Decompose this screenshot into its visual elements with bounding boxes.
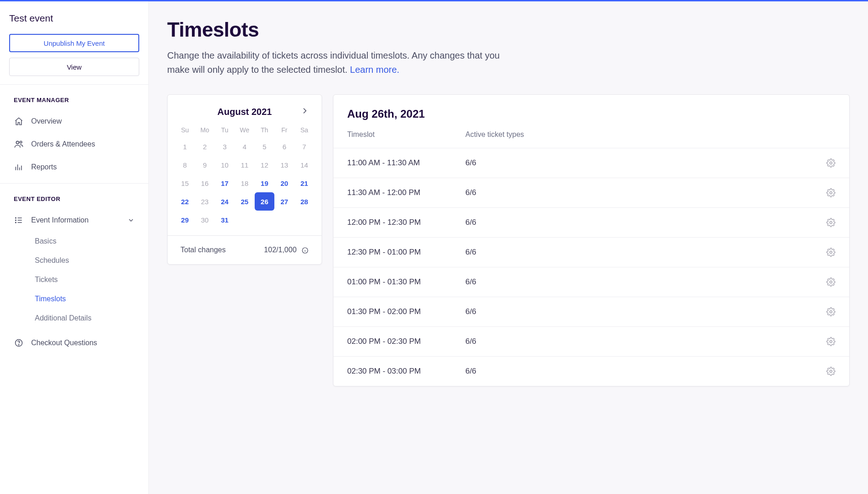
calendar-day: 4 [235, 137, 254, 156]
calendar-grid: SuMoTuWeThFrSa 1234567891011121314151617… [168, 123, 322, 235]
sidebar-item-event-information[interactable]: Event Information [0, 209, 148, 232]
calendar-dow: Tu [215, 123, 235, 137]
calendar-day[interactable]: 20 [274, 174, 294, 192]
calendar-day: 8 [175, 156, 195, 174]
people-icon [14, 139, 24, 149]
sidebar-item-checkout-questions[interactable]: Checkout Questions [0, 331, 148, 354]
calendar-day [255, 211, 274, 229]
timeslot-time: 12:30 PM - 01:00 PM [347, 248, 465, 257]
timeslot-active-types: 6/6 [465, 367, 826, 376]
gear-icon[interactable] [826, 307, 835, 316]
calendar-day[interactable]: 17 [215, 174, 235, 192]
total-changes-value: 102/1,000 [264, 246, 309, 254]
top-accent-line [0, 0, 868, 1]
calendar-day [295, 211, 314, 229]
calendar-week-row: 891011121314 [175, 156, 314, 174]
list-icon [14, 215, 24, 225]
main-content: Timeslots Change the availability of tic… [149, 0, 868, 494]
calendar-day[interactable]: 26 [255, 192, 274, 211]
timeslots-columns: Timeslot Active ticket types [347, 130, 835, 145]
calendar-day: 1 [175, 137, 195, 156]
sidebar-item-label: Event Information [31, 216, 88, 224]
page-subtitle-text: Change the availability of tickets acros… [167, 50, 500, 75]
column-timeslot: Timeslot [347, 130, 465, 139]
svg-point-2 [16, 217, 16, 218]
gear-icon[interactable] [826, 218, 835, 227]
gear-icon[interactable] [826, 367, 835, 376]
calendar-day[interactable]: 25 [235, 192, 254, 211]
sidebar-subitem-basics[interactable]: Basics [0, 232, 148, 251]
calendar-day: 14 [295, 156, 314, 174]
home-icon [14, 116, 24, 126]
calendar-header: August 2021 [168, 95, 322, 123]
sidebar: Test event Unpublish My Event View EVENT… [0, 0, 149, 494]
calendar-dow: We [235, 123, 254, 137]
gear-icon[interactable] [826, 337, 835, 346]
timeslot-time: 01:30 PM - 02:00 PM [347, 307, 465, 316]
section-title-manager: EVENT MANAGER [0, 97, 148, 103]
calendar-day [235, 211, 254, 229]
sidebar-item-overview[interactable]: Overview [0, 110, 148, 133]
sidebar-item-label: Reports [31, 163, 57, 171]
timeslot-active-types: 6/6 [465, 248, 826, 257]
calendar-next-button[interactable] [300, 107, 309, 115]
calendar-dow: Su [175, 123, 195, 137]
info-icon[interactable] [301, 247, 309, 254]
timeslot-active-types: 6/6 [465, 307, 826, 316]
view-button[interactable]: View [9, 58, 139, 76]
calendar-day[interactable]: 31 [215, 211, 235, 229]
selected-date-label: Aug 26th, 2021 [347, 108, 835, 120]
calendar-week-row: 1234567 [175, 137, 314, 156]
sidebar-item-label: Overview [31, 117, 62, 125]
calendar-dow: Mo [195, 123, 214, 137]
event-name: Test event [9, 13, 139, 24]
calendar-day[interactable]: 21 [295, 174, 314, 192]
timeslot-time: 02:30 PM - 03:00 PM [347, 367, 465, 376]
sidebar-subitem-additional-details[interactable]: Additional Details [0, 309, 148, 328]
calendar-day[interactable]: 19 [255, 174, 274, 192]
timeslot-time: 12:00 PM - 12:30 PM [347, 218, 465, 227]
page-title: Timeslots [167, 18, 850, 41]
calendar-day: 7 [295, 137, 314, 156]
timeslot-active-types: 6/6 [465, 337, 826, 346]
sidebar-subitem-tickets[interactable]: Tickets [0, 270, 148, 289]
calendar-footer: Total changes 102/1,000 [168, 235, 322, 264]
gear-icon[interactable] [826, 277, 835, 287]
svg-point-11 [830, 251, 832, 254]
timeslot-active-types: 6/6 [465, 277, 826, 287]
page-subtitle: Change the availability of tickets acros… [167, 49, 524, 77]
timeslot-time: 11:30 AM - 12:00 PM [347, 188, 465, 197]
sidebar-item-reports[interactable]: Reports [0, 156, 148, 179]
timeslot-row: 02:30 PM - 03:00 PM6/6 [333, 356, 849, 386]
sidebar-subitem-schedules[interactable]: Schedules [0, 251, 148, 270]
calendar-day[interactable]: 27 [274, 192, 294, 211]
sidebar-item-label: Orders & Attendees [31, 140, 95, 148]
svg-point-6 [18, 345, 19, 345]
svg-point-12 [830, 281, 832, 283]
svg-point-4 [16, 222, 16, 223]
calendar-dow: Sa [295, 123, 314, 137]
learn-more-link[interactable]: Learn more. [350, 65, 399, 75]
unpublish-button[interactable]: Unpublish My Event [9, 34, 139, 52]
gear-icon[interactable] [826, 188, 835, 197]
calendar-day[interactable]: 24 [215, 192, 235, 211]
timeslot-active-types: 6/6 [465, 188, 826, 197]
calendar-day[interactable]: 22 [175, 192, 195, 211]
svg-point-9 [830, 192, 832, 194]
sidebar-subitem-timeslots[interactable]: Timeslots [0, 289, 148, 309]
gear-icon[interactable] [826, 248, 835, 257]
timeslot-time: 01:00 PM - 01:30 PM [347, 277, 465, 287]
gear-icon[interactable] [826, 158, 835, 168]
section-event-editor: EVENT EDITOR Event Information Basics Sc… [0, 183, 148, 359]
calendar-day[interactable]: 29 [175, 211, 195, 229]
sidebar-item-orders[interactable]: Orders & Attendees [0, 133, 148, 156]
calendar-day[interactable]: 28 [295, 192, 314, 211]
calendar-day: 16 [195, 174, 214, 192]
timeslots-body: 11:00 AM - 11:30 AM6/611:30 AM - 12:00 P… [333, 148, 849, 386]
calendar-day: 18 [235, 174, 254, 192]
section-event-manager: EVENT MANAGER Overview Orders & Attendee… [0, 84, 148, 183]
sidebar-item-label: Checkout Questions [31, 339, 97, 347]
svg-point-14 [830, 341, 832, 343]
svg-point-10 [830, 222, 832, 224]
timeslot-time: 11:00 AM - 11:30 AM [347, 158, 465, 168]
